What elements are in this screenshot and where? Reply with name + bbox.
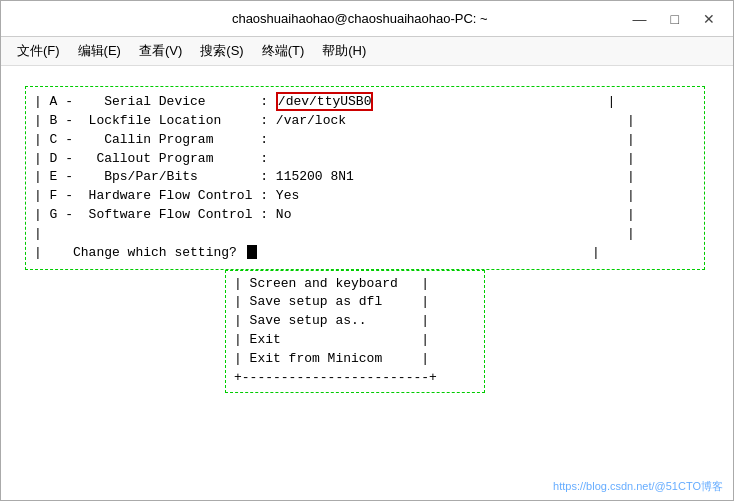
- maximize-button[interactable]: □: [665, 9, 685, 29]
- menu-terminal[interactable]: 终端(T): [254, 40, 313, 62]
- menu-item-exit-minicom[interactable]: | Exit from Minicom |: [234, 350, 476, 369]
- serial-device-value[interactable]: /dev/ttyUSB0: [276, 92, 374, 111]
- menu-panel: | Screen and keyboard | | Save setup as …: [225, 270, 485, 393]
- config-panel: | A - Serial Device : /dev/ttyUSB0 | | B…: [25, 86, 705, 270]
- config-prompt-line: | Change which setting? |: [34, 244, 696, 263]
- close-button[interactable]: ✕: [697, 9, 721, 29]
- watermark: https://blog.csdn.net/@51CTO博客: [553, 479, 723, 494]
- config-line-blank: | |: [34, 225, 696, 244]
- window-title: chaoshuaihaohao@chaoshuaihaohao-PC: ~: [93, 11, 627, 26]
- menu-search[interactable]: 搜索(S): [192, 40, 251, 62]
- title-bar: chaoshuaihaohao@chaoshuaihaohao-PC: ~ — …: [1, 1, 733, 37]
- menu-item-save-dfl[interactable]: | Save setup as dfl |: [234, 293, 476, 312]
- terminal-area: | A - Serial Device : /dev/ttyUSB0 | | B…: [1, 66, 733, 500]
- menu-item-save-as[interactable]: | Save setup as.. |: [234, 312, 476, 331]
- config-line-a: | A - Serial Device : /dev/ttyUSB0 |: [34, 93, 696, 112]
- config-line-e: | E - Bps/Par/Bits : 115200 8N1 |: [34, 168, 696, 187]
- config-line-c: | C - Callin Program : |: [34, 131, 696, 150]
- menu-edit[interactable]: 编辑(E): [70, 40, 129, 62]
- config-line-g: | G - Software Flow Control : No |: [34, 206, 696, 225]
- menu-bottom-border: +------------------------+: [234, 369, 476, 388]
- menu-view[interactable]: 查看(V): [131, 40, 190, 62]
- config-line-f: | F - Hardware Flow Control : Yes |: [34, 187, 696, 206]
- terminal-cursor: [247, 245, 257, 259]
- minimize-button[interactable]: —: [627, 9, 653, 29]
- terminal-content: | A - Serial Device : /dev/ttyUSB0 | | B…: [17, 86, 717, 393]
- config-line-b: | B - Lockfile Location : /var/lock |: [34, 112, 696, 131]
- menu-help[interactable]: 帮助(H): [314, 40, 374, 62]
- menu-item-exit[interactable]: | Exit |: [234, 331, 476, 350]
- terminal-window: chaoshuaihaohao@chaoshuaihaohao-PC: ~ — …: [0, 0, 734, 501]
- menu-file[interactable]: 文件(F): [9, 40, 68, 62]
- window-controls: — □ ✕: [627, 9, 721, 29]
- menu-bar: 文件(F) 编辑(E) 查看(V) 搜索(S) 终端(T) 帮助(H): [1, 37, 733, 66]
- config-line-d: | D - Callout Program : |: [34, 150, 696, 169]
- menu-item-screen[interactable]: | Screen and keyboard |: [234, 275, 476, 294]
